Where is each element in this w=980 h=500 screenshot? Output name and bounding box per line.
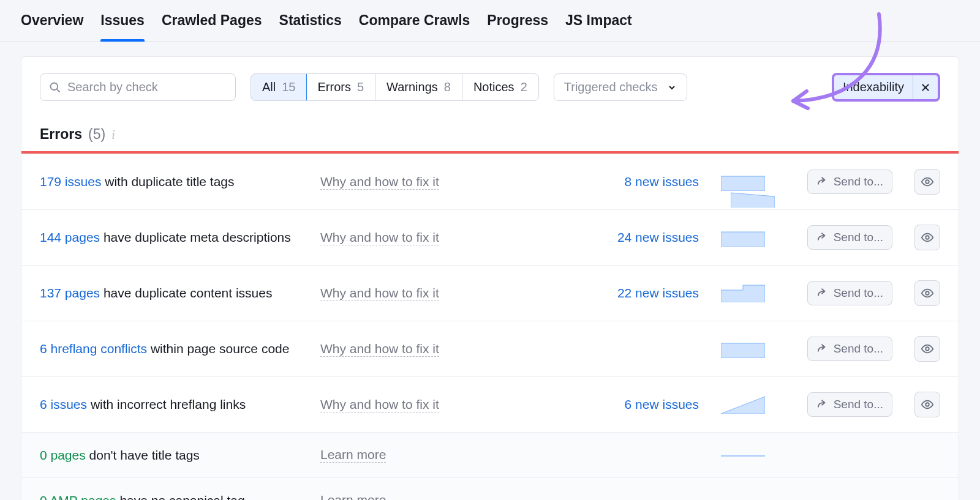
issue-row: 144 pages have duplicate meta descriptio… bbox=[21, 209, 959, 265]
tab-js-impact[interactable]: JS Impact bbox=[565, 12, 632, 41]
close-icon bbox=[921, 83, 930, 92]
filter-notices[interactable]: Notices 2 bbox=[462, 74, 538, 100]
svg-point-0 bbox=[51, 83, 58, 90]
view-button[interactable] bbox=[914, 225, 940, 250]
svg-marker-9 bbox=[721, 285, 765, 302]
share-arrow-icon bbox=[816, 288, 827, 299]
view-button[interactable] bbox=[914, 336, 940, 362]
issue-count-link[interactable]: 0 AMP pages bbox=[40, 493, 116, 501]
filter-notices-label: Notices bbox=[473, 80, 514, 94]
tab-issues[interactable]: Issues bbox=[100, 12, 145, 41]
issue-count-link[interactable]: 144 pages bbox=[40, 230, 100, 244]
search-input-wrap[interactable] bbox=[40, 73, 236, 101]
why-fix-link[interactable]: Why and how to fix it bbox=[320, 341, 439, 357]
issue-description: have duplicate content issues bbox=[100, 286, 272, 300]
search-icon bbox=[49, 81, 61, 94]
send-to-button[interactable]: Send to... bbox=[807, 170, 892, 194]
issue-count-link[interactable]: 6 hreflang conflicts bbox=[40, 341, 147, 356]
issue-count-link[interactable]: 179 issues bbox=[40, 174, 101, 188]
trend-sparkline bbox=[721, 173, 765, 191]
why-fix-link[interactable]: Why and how to fix it bbox=[320, 286, 439, 301]
send-label: Send to... bbox=[834, 342, 883, 356]
svg-point-14 bbox=[925, 403, 929, 406]
svg-point-10 bbox=[925, 291, 929, 295]
new-issues-link[interactable]: 22 new issues bbox=[582, 286, 699, 300]
filter-all-count: 15 bbox=[282, 80, 295, 94]
svg-point-8 bbox=[925, 236, 929, 239]
new-issues-link[interactable]: 8 new issues bbox=[582, 174, 699, 189]
issue-description: don't have title tags bbox=[86, 448, 200, 462]
active-filter-label: Indexability bbox=[834, 75, 913, 99]
active-filter-chip: Indexability bbox=[832, 73, 940, 102]
issue-text: 0 AMP pages have no canonical tag bbox=[40, 493, 303, 501]
filter-errors-label: Errors bbox=[317, 80, 350, 94]
learn-more-link[interactable]: Learn more bbox=[320, 447, 386, 463]
tab-progress[interactable]: Progress bbox=[487, 12, 548, 41]
tab-compare-crawls[interactable]: Compare Crawls bbox=[359, 12, 470, 41]
eye-icon bbox=[921, 286, 934, 300]
issue-row: 6 hreflang conflicts within page source … bbox=[21, 321, 959, 376]
issue-count-link[interactable]: 0 pages bbox=[40, 448, 86, 462]
svg-rect-11 bbox=[721, 343, 765, 358]
tab-crawled-pages[interactable]: Crawled Pages bbox=[162, 12, 262, 41]
main-tabs: Overview Issues Crawled Pages Statistics… bbox=[0, 0, 980, 42]
view-button[interactable] bbox=[914, 280, 940, 306]
issue-row: 137 pages have duplicate content issues … bbox=[21, 265, 959, 321]
eye-icon bbox=[921, 342, 934, 356]
tab-overview[interactable]: Overview bbox=[21, 12, 83, 41]
issue-row: 179 issues with duplicate title tags Why… bbox=[21, 154, 959, 209]
filter-all[interactable]: All 15 bbox=[251, 73, 307, 101]
info-icon[interactable]: i bbox=[111, 128, 115, 142]
send-to-button[interactable]: Send to... bbox=[807, 281, 892, 305]
eye-icon bbox=[921, 231, 934, 244]
issue-text: 179 issues with duplicate title tags bbox=[40, 174, 303, 189]
issue-count-link[interactable]: 137 pages bbox=[40, 286, 100, 300]
triggered-checks-dropdown[interactable]: Triggered checks bbox=[554, 73, 688, 101]
section-title: Errors bbox=[40, 126, 82, 143]
filter-warnings-label: Warnings bbox=[386, 80, 438, 94]
view-button[interactable] bbox=[914, 169, 940, 195]
issue-count-link[interactable]: 6 issues bbox=[40, 397, 87, 411]
share-arrow-icon bbox=[816, 232, 827, 243]
filter-warnings[interactable]: Warnings 8 bbox=[375, 74, 462, 100]
issue-row-zero: 0 AMP pages have no canonical tag Learn … bbox=[21, 477, 959, 500]
send-to-button[interactable]: Send to... bbox=[807, 337, 892, 361]
issue-row: 6 issues with incorrect hreflang links W… bbox=[21, 376, 959, 432]
search-input[interactable] bbox=[67, 80, 227, 94]
issue-text: 137 pages have duplicate content issues bbox=[40, 286, 303, 300]
filter-errors[interactable]: Errors 5 bbox=[306, 74, 375, 100]
severity-filter: All 15 Errors 5 Warnings 8 Notices 2 bbox=[251, 73, 539, 101]
filter-warnings-count: 8 bbox=[444, 80, 451, 94]
why-fix-link[interactable]: Why and how to fix it bbox=[320, 230, 439, 245]
triggered-checks-label: Triggered checks bbox=[564, 80, 658, 94]
filter-errors-count: 5 bbox=[357, 80, 364, 94]
share-arrow-icon bbox=[816, 176, 827, 187]
chevron-down-icon bbox=[667, 83, 677, 92]
svg-marker-13 bbox=[721, 397, 765, 414]
new-issues-link[interactable]: 24 new issues bbox=[582, 230, 699, 245]
why-fix-link[interactable]: Why and how to fix it bbox=[320, 174, 439, 190]
filter-notices-count: 2 bbox=[521, 80, 527, 94]
view-button[interactable] bbox=[914, 392, 940, 417]
filter-all-label: All bbox=[262, 80, 276, 94]
section-sparkline bbox=[731, 189, 775, 207]
why-fix-link[interactable]: Why and how to fix it bbox=[320, 397, 439, 412]
trend-sparkline bbox=[721, 284, 765, 302]
issue-text: 144 pages have duplicate meta descriptio… bbox=[40, 230, 303, 245]
filters-row: All 15 Errors 5 Warnings 8 Notices 2 Tri… bbox=[21, 57, 959, 113]
tab-statistics[interactable]: Statistics bbox=[279, 12, 342, 41]
send-to-button[interactable]: Send to... bbox=[807, 225, 892, 250]
send-label: Send to... bbox=[834, 231, 883, 244]
issue-row-zero: 0 pages don't have title tags Learn more bbox=[21, 432, 959, 477]
issue-description: with duplicate title tags bbox=[101, 174, 234, 188]
remove-filter-button[interactable] bbox=[913, 75, 938, 99]
issue-description: with incorrect hreflang links bbox=[87, 397, 246, 411]
send-label: Send to... bbox=[834, 175, 883, 188]
eye-icon bbox=[921, 175, 934, 188]
errors-section-header: Errors (5) i bbox=[21, 113, 959, 151]
svg-rect-7 bbox=[721, 232, 765, 247]
send-to-button[interactable]: Send to... bbox=[807, 392, 892, 417]
learn-more-link[interactable]: Learn more bbox=[320, 493, 386, 500]
new-issues-link[interactable]: 6 new issues bbox=[582, 397, 699, 412]
svg-line-1 bbox=[57, 89, 60, 92]
